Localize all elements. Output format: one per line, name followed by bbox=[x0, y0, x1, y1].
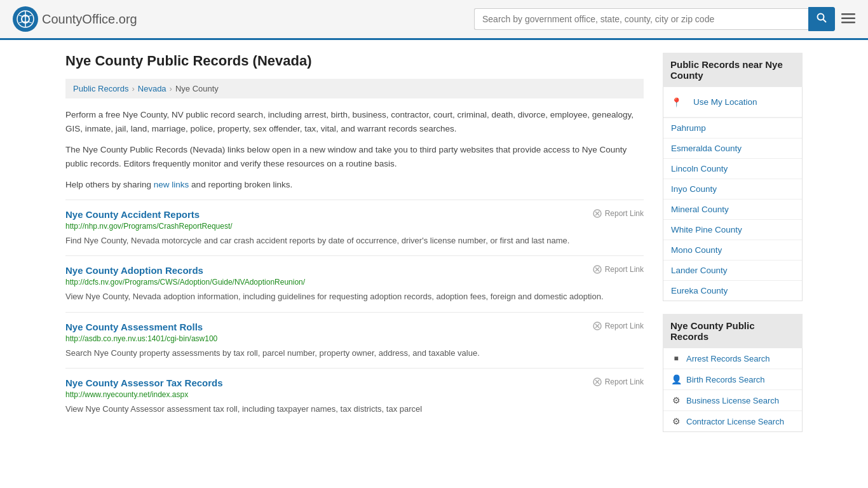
list-item: Inyo County bbox=[663, 179, 802, 200]
location-pin-icon: 📍 bbox=[671, 97, 682, 107]
birth-icon: 👤 bbox=[671, 374, 681, 384]
list-item: ■ Arrest Records Search bbox=[663, 348, 802, 369]
records-header: Nye County Public Records bbox=[663, 314, 803, 348]
record-url-0: http://nhp.nv.gov/Programs/CrashReportRe… bbox=[65, 222, 644, 231]
record-entry: Nye County Assessment Rolls Report Link … bbox=[65, 312, 644, 369]
list-item: Lincoln County bbox=[663, 159, 802, 179]
breadcrumb-public-records[interactable]: Public Records bbox=[73, 84, 128, 93]
nearby-inyo[interactable]: Inyo County bbox=[663, 179, 802, 199]
arrest-records-link[interactable]: Arrest Records Search bbox=[686, 354, 770, 363]
site-logo-icon bbox=[13, 6, 38, 32]
report-icon-0 bbox=[593, 209, 602, 218]
use-location-item: 📍 Use My Location bbox=[663, 87, 802, 118]
list-item: Mono County bbox=[663, 240, 802, 261]
use-location-link[interactable]: Use My Location bbox=[686, 92, 765, 112]
nearby-eureka[interactable]: Eureka County bbox=[663, 281, 802, 301]
record-desc-0: Find Nye County, Nevada motorcycle and c… bbox=[65, 234, 644, 247]
record-desc-3: View Nye County Assessor assessment tax … bbox=[65, 403, 644, 416]
report-link-label-0: Report Link bbox=[605, 209, 644, 218]
record-desc-1: View Nye County, Nevada adoption informa… bbox=[65, 290, 644, 303]
records-container: Nye County Accident Reports Report Link … bbox=[65, 200, 644, 424]
svg-rect-6 bbox=[841, 18, 855, 20]
site-header: CountyOffice.org bbox=[0, 0, 868, 40]
nearby-header: Public Records near Nye County bbox=[663, 53, 803, 87]
breadcrumb-sep-1: › bbox=[132, 84, 134, 93]
report-link-label-2: Report Link bbox=[605, 322, 644, 330]
search-button[interactable] bbox=[808, 7, 835, 31]
page-title: Nye County Public Records (Nevada) bbox=[65, 53, 644, 69]
records-links-list: ■ Arrest Records Search 👤 Birth Records … bbox=[663, 348, 803, 432]
record-url-3: http://www.nyecounty.net/index.aspx bbox=[65, 390, 644, 399]
svg-rect-5 bbox=[841, 13, 855, 15]
list-item: 👤 Birth Records Search bbox=[663, 369, 802, 390]
sidebar: Public Records near Nye County 📍 Use My … bbox=[663, 53, 803, 445]
intro-paragraph-3: Help others by sharing new links and rep… bbox=[65, 178, 644, 192]
record-entry: Nye County Accident Reports Report Link … bbox=[65, 200, 644, 256]
list-item: Esmeralda County bbox=[663, 139, 802, 159]
site-logo-text: CountyOffice.org bbox=[42, 12, 137, 27]
nearby-esmeralda[interactable]: Esmeralda County bbox=[663, 139, 802, 158]
breadcrumb-nevada[interactable]: Nevada bbox=[138, 84, 166, 93]
report-icon-1 bbox=[593, 265, 602, 274]
list-item: White Pine County bbox=[663, 220, 802, 240]
nearby-lander[interactable]: Lander County bbox=[663, 261, 802, 280]
record-url-2: http://asdb.co.nye.nv.us:1401/cgi-bin/as… bbox=[65, 334, 644, 343]
breadcrumb: Public Records › Nevada › Nye County bbox=[65, 79, 644, 98]
search-area bbox=[474, 7, 855, 31]
logo-area: CountyOffice.org bbox=[13, 6, 137, 32]
list-item: ⚙ Contractor License Search bbox=[663, 411, 802, 431]
list-item: Mineral County bbox=[663, 200, 802, 220]
list-item: ⚙ Business License Search bbox=[663, 390, 802, 411]
intro-paragraph-1: Perform a free Nye County, NV public rec… bbox=[65, 108, 644, 135]
record-desc-2: Search Nye County property assessments b… bbox=[65, 347, 644, 360]
search-input[interactable] bbox=[474, 8, 808, 30]
contractor-icon: ⚙ bbox=[671, 416, 681, 426]
report-link-button-3[interactable]: Report Link bbox=[593, 377, 644, 386]
record-title-2[interactable]: Nye County Assessment Rolls bbox=[65, 322, 203, 332]
report-link-label-3: Report Link bbox=[605, 377, 644, 386]
nearby-whitepine[interactable]: White Pine County bbox=[663, 220, 802, 240]
report-icon-3 bbox=[593, 377, 602, 386]
report-link-button-2[interactable]: Report Link bbox=[593, 322, 644, 330]
arrest-icon: ■ bbox=[671, 353, 681, 363]
record-title-1[interactable]: Nye County Adoption Records bbox=[65, 265, 203, 276]
nearby-mineral[interactable]: Mineral County bbox=[663, 200, 802, 219]
list-item: Eureka County bbox=[663, 281, 802, 301]
business-license-link[interactable]: Business License Search bbox=[686, 396, 779, 405]
svg-rect-7 bbox=[841, 22, 855, 24]
record-url-1: http://dcfs.nv.gov/Programs/CWS/Adoption… bbox=[65, 278, 644, 287]
report-link-button-0[interactable]: Report Link bbox=[593, 209, 644, 218]
nearby-list: 📍 Use My Location Pahrump Esmeralda Coun… bbox=[663, 87, 803, 301]
birth-records-link[interactable]: Birth Records Search bbox=[686, 375, 765, 384]
new-links-link[interactable]: new links bbox=[154, 180, 189, 189]
breadcrumb-sep-2: › bbox=[170, 84, 172, 93]
record-entry: Nye County Assessor Tax Records Report L… bbox=[65, 368, 644, 424]
report-icon-2 bbox=[593, 322, 602, 330]
contractor-license-link[interactable]: Contractor License Search bbox=[686, 417, 784, 426]
intro-paragraph-2: The Nye County Public Records (Nevada) l… bbox=[65, 143, 644, 170]
record-title-0[interactable]: Nye County Accident Reports bbox=[65, 209, 200, 220]
record-title-3[interactable]: Nye County Assessor Tax Records bbox=[65, 377, 223, 388]
list-item: Pahrump bbox=[663, 118, 802, 139]
breadcrumb-current: Nye County bbox=[175, 84, 219, 93]
menu-button[interactable] bbox=[841, 11, 855, 27]
list-item: Lander County bbox=[663, 261, 802, 281]
content-area: Nye County Public Records (Nevada) Publi… bbox=[65, 53, 644, 445]
svg-line-4 bbox=[824, 20, 827, 23]
nearby-mono[interactable]: Mono County bbox=[663, 240, 802, 260]
nearby-section: Public Records near Nye County 📍 Use My … bbox=[663, 53, 803, 301]
svg-point-3 bbox=[818, 14, 824, 20]
report-link-label-1: Report Link bbox=[605, 265, 644, 274]
record-entry: Nye County Adoption Records Report Link … bbox=[65, 255, 644, 312]
business-icon: ⚙ bbox=[671, 395, 681, 405]
nearby-pahrump[interactable]: Pahrump bbox=[663, 118, 802, 138]
report-link-button-1[interactable]: Report Link bbox=[593, 265, 644, 274]
main-container: Nye County Public Records (Nevada) Publi… bbox=[53, 40, 815, 458]
nearby-lincoln[interactable]: Lincoln County bbox=[663, 159, 802, 179]
records-section: Nye County Public Records ■ Arrest Recor… bbox=[663, 314, 803, 432]
